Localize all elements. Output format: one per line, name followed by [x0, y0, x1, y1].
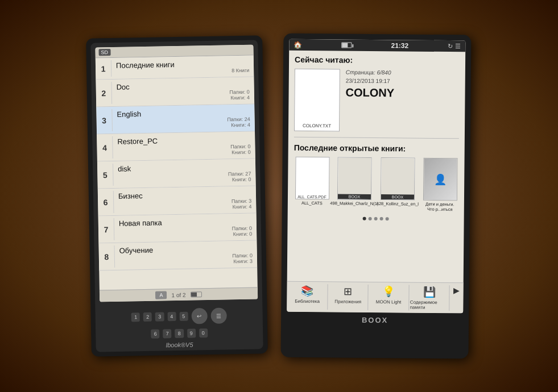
right-screen: 🏠 21:32 ↻ ☰ Сейчас читаю: CO: [287, 39, 465, 314]
boox-brand-2: BOOX: [337, 194, 370, 199]
right-main-content: Сейчас читаю: COLONY.TXT Страница: 6/840…: [287, 51, 465, 283]
divider: [294, 137, 458, 139]
header-icons-right: ↻ ☰: [448, 43, 461, 50]
menu-item-6[interactable]: 6 Бизнес Папки: 3Книги: 4: [97, 186, 256, 216]
recent-book-1[interactable]: ALL_CATS.PDF ALL_CATS: [293, 157, 330, 211]
scene: SD 1 Последние книги 8 Книги 2 Doc Папки…: [0, 0, 558, 392]
recent-book-4[interactable]: 👤 Дети и деньги. Что р...иться: [421, 158, 458, 212]
right-screen-header: 🏠 21:32 ↻ ☰: [289, 39, 465, 52]
nav-more[interactable]: ▶: [449, 283, 463, 313]
storage-icon: 💾: [423, 286, 435, 298]
battery-icon-right: [341, 42, 352, 48]
library-icon: 📚: [301, 285, 313, 297]
pagination-dots: [293, 216, 458, 222]
dot-5[interactable]: [385, 217, 388, 220]
left-device: SD 1 Последние книги 8 Книги 2 Doc Папки…: [86, 35, 268, 356]
item-subtitle-8: Папки: 0Книги: 3: [119, 253, 252, 266]
back-button[interactable]: ↩: [191, 308, 206, 324]
current-book-cover[interactable]: COLONY.TXT: [294, 69, 340, 132]
menu-item-3[interactable]: 3 English Папки: 24Книги: 4: [96, 105, 255, 135]
header-time: 21:32: [391, 41, 408, 49]
item-subtitle-3: Папки: 24Книги: 4: [117, 116, 250, 130]
button-4[interactable]: 4: [167, 312, 176, 321]
button-9[interactable]: 9: [187, 328, 195, 337]
menu-item-8[interactable]: 8 Обучение Папки: 0Книги: 3: [98, 241, 257, 271]
dot-2[interactable]: [368, 217, 371, 220]
page-indicator: 1 of 2: [171, 291, 185, 298]
item-subtitle-4: Папки: 0Книги: 0: [117, 144, 250, 157]
moonlight-icon: 💡: [382, 285, 395, 298]
button-6[interactable]: 6: [151, 330, 159, 339]
apps-icon: ⊞: [344, 285, 352, 298]
all-cats-label: ALL_CATS.PDF: [297, 193, 326, 199]
nav-apps[interactable]: ⊞ Приложения: [327, 282, 368, 312]
nav-moonlight[interactable]: 💡 MOON Light: [368, 282, 409, 313]
nav-storage-label: Содержимое памяти: [410, 300, 448, 311]
dot-4[interactable]: [379, 217, 383, 220]
item-number-4: 4: [97, 136, 113, 159]
current-book-info: Страница: 6/840 23/12/2013 19:17 COLONY: [345, 69, 459, 133]
recent-book-label-1: ALL_CATS: [301, 201, 322, 206]
item-subtitle-6: Папки: 3Книги: 4: [118, 198, 251, 212]
recent-books-title: Последние открытые книги:: [294, 143, 458, 154]
dot-1[interactable]: [362, 217, 366, 220]
button-7[interactable]: 7: [163, 329, 171, 338]
home-icon[interactable]: 🏠: [294, 41, 302, 49]
recent-book-cover-4: 👤: [423, 158, 457, 201]
book-title: COLONY: [345, 86, 459, 101]
menu-icon-right[interactable]: ☰: [455, 43, 461, 50]
current-book-section: COLONY.TXT Страница: 6/840 23/12/2013 19…: [294, 69, 459, 133]
nav-moonlight-label: MOON Light: [375, 299, 401, 305]
menu-item-7[interactable]: 7 Новая папка Папки: 0Книги: 0: [98, 214, 257, 244]
item-number-6: 6: [97, 191, 114, 213]
recent-book-label-3: 428_Kollinz_Suz_en_l: [376, 201, 418, 207]
recent-book-3[interactable]: BOOX 428_Kollinz_Suz_en_l: [378, 157, 417, 212]
right-device: 🏠 21:32 ↻ ☰ Сейчас читаю: CO: [280, 34, 471, 359]
recent-book-label-2: 498_Makkei_Charlz_N(1): [330, 201, 378, 206]
button-5[interactable]: 5: [179, 312, 188, 321]
button-0[interactable]: 0: [199, 328, 207, 337]
refresh-icon[interactable]: ↻: [448, 43, 453, 50]
book-page-info: Страница: 6/840: [345, 69, 459, 77]
book-date: 23/12/2013 19:17: [345, 78, 459, 85]
item-number-8: 8: [98, 245, 115, 268]
menu-button[interactable]: ☰: [210, 308, 226, 324]
font-icon: A: [155, 291, 167, 299]
menu-item-1[interactable]: 1 Последние книги 8 Книги: [95, 56, 254, 80]
right-brand-label: BOOX: [286, 312, 462, 328]
button-1[interactable]: 1: [131, 312, 140, 322]
item-subtitle-5: Папки: 27Книги: 0: [118, 171, 251, 185]
dot-3[interactable]: [374, 217, 377, 220]
item-subtitle-2: Папки: 0Книги: 4: [116, 89, 249, 103]
current-reading-title: Сейчас читаю:: [295, 55, 460, 66]
button-8[interactable]: 8: [175, 329, 183, 338]
left-buttons-area: 1 2 3 4 5 ↩ ☰: [95, 303, 263, 329]
menu-item-2[interactable]: 2 Doc Папки: 0Книги: 4: [96, 77, 254, 107]
left-screen: SD 1 Последние книги 8 Книги 2 Doc Папки…: [95, 45, 258, 302]
battery-indicator-left: [190, 291, 201, 297]
bottom-nav: 📚 Библиотека ⊞ Приложения 💡 MOON Light 💾…: [287, 281, 463, 314]
current-book-filename: COLONY.TXT: [302, 123, 330, 128]
menu-item-5[interactable]: 5 disk Папки: 27Книги: 0: [97, 159, 255, 189]
item-number-1: 1: [95, 60, 111, 77]
recent-book-label-4: Дети и деньги. Что р...иться: [421, 202, 458, 212]
nav-library[interactable]: 📚 Библиотека: [287, 282, 328, 312]
item-number-5: 5: [97, 164, 113, 186]
item-subtitle-7: Папки: 0Книги: 0: [118, 226, 251, 239]
recent-book-cover-3: BOOX: [380, 157, 415, 201]
button-2[interactable]: 2: [143, 312, 152, 322]
item-number-2: 2: [96, 82, 112, 104]
item-number-7: 7: [98, 218, 114, 240]
left-screen-footer: A 1 of 2: [99, 287, 257, 302]
button-3[interactable]: 3: [155, 312, 164, 321]
recent-book-cover-2: BOOX: [337, 157, 371, 200]
nav-apps-label: Приложения: [334, 299, 361, 304]
nav-library-label: Библиотека: [295, 299, 320, 304]
sd-badge: SD: [98, 49, 110, 56]
recent-book-2[interactable]: BOOX 498_Makkei_Charlz_N(1): [334, 157, 374, 211]
recent-book-cover-1: ALL_CATS.PDF: [295, 157, 329, 200]
nav-storage[interactable]: 💾 Содержимое памяти: [408, 283, 449, 314]
recent-books-row: ALL_CATS.PDF ALL_CATS BOOX 498_Makkei_Ch…: [293, 157, 458, 212]
menu-item-4[interactable]: 4 Restore_PC Папки: 0Книги: 0: [97, 132, 255, 162]
boox-brand-3: BOOX: [381, 194, 414, 200]
